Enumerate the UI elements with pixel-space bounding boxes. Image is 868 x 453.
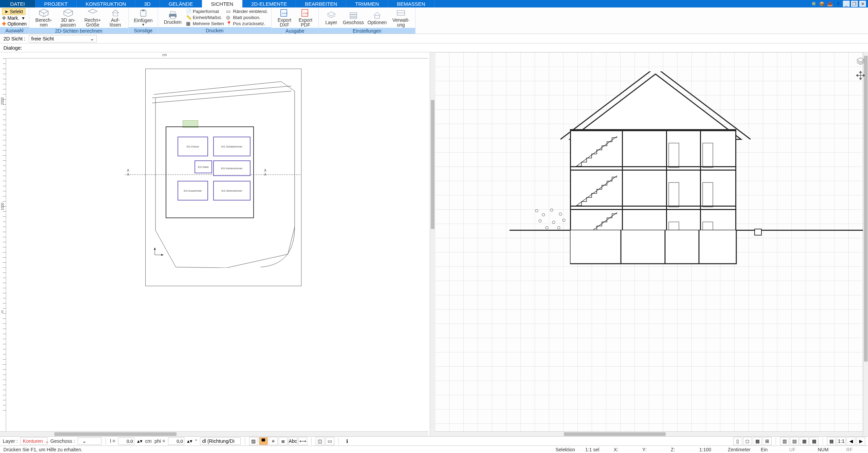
tab-gelaende[interactable]: GELÄNDE xyxy=(160,0,202,7)
plus-icon: ✚ xyxy=(2,21,6,27)
dl-combo[interactable]: dl (Richtung/Di xyxy=(200,437,241,445)
view4-button[interactable]: ⊞ xyxy=(763,437,772,445)
l-input[interactable] xyxy=(118,437,134,445)
export-pdf-button[interactable]: PDF Export PDF xyxy=(296,8,315,27)
package-icon[interactable]: 📦 xyxy=(818,1,825,7)
hscroll-right[interactable] xyxy=(435,431,863,436)
einheit-button[interactable]: 📏Einheit/Maßst. xyxy=(186,15,224,20)
mark-label: Mark. xyxy=(7,15,19,21)
export-dxf-button[interactable]: DXF Export DXF xyxy=(275,8,294,27)
tool-icon[interactable]: 🛠 xyxy=(810,1,817,7)
tab-trimmen[interactable]: TRIMMEN xyxy=(346,0,388,7)
tab-datei[interactable]: DATEI xyxy=(0,0,35,7)
tab-sichten[interactable]: SICHTEN xyxy=(202,0,242,7)
section-pane[interactable] xyxy=(435,52,863,436)
text-button[interactable]: Abc xyxy=(289,437,297,445)
tab-3d[interactable]: 3D xyxy=(135,0,160,7)
grid4-button[interactable]: ▩ xyxy=(810,437,818,445)
snap1-button[interactable]: ◫ xyxy=(316,437,325,445)
grid2-button[interactable]: ▤ xyxy=(790,437,799,445)
info-button[interactable]: ℹ xyxy=(343,437,352,445)
geschoss-combo[interactable]: ⌄ xyxy=(78,437,101,445)
svg-rect-17 xyxy=(350,17,357,19)
hatch4-button[interactable]: ≣ xyxy=(279,437,288,445)
view1-button[interactable]: ▯ xyxy=(733,437,742,445)
verwaltung-button[interactable]: Verwalt- ung xyxy=(390,8,412,27)
tab-2d-elemente[interactable]: 2D-ELEMENTE xyxy=(242,0,296,7)
status-uf: UF xyxy=(789,447,808,452)
hatch1-button[interactable]: ▨ xyxy=(249,437,258,445)
svg-point-48 xyxy=(562,219,565,222)
drucken-button[interactable]: Drucken xyxy=(162,10,184,24)
maximize-button[interactable]: ❐ xyxy=(851,1,858,7)
blatt-position-button[interactable]: ◎Blatt position. xyxy=(226,15,268,20)
tab-bearbeiten[interactable]: BEARBEITEN xyxy=(296,0,346,7)
layers-side-button[interactable] xyxy=(855,56,866,67)
aufloesen-button[interactable]: Auf- lösen xyxy=(106,8,125,27)
cube-icon xyxy=(87,8,98,18)
arrow-left-button[interactable]: ◀ xyxy=(847,437,855,445)
work-area: cm 2000 1000 0 xyxy=(0,52,868,436)
svg-marker-27 xyxy=(161,254,164,256)
plan-canvas[interactable]: A A A A EG KücheEG SchlafzimmerEG DieleE… xyxy=(6,58,428,431)
room: EG Schlafzimmer xyxy=(213,137,251,156)
spinner-icon[interactable]: ▴▾ xyxy=(187,438,192,444)
optionen-button[interactable]: Optionen xyxy=(366,11,388,25)
section-mark-right: A xyxy=(264,169,266,172)
move-side-button[interactable] xyxy=(855,70,866,81)
vscroll-right[interactable] xyxy=(863,52,868,436)
svg-rect-9 xyxy=(170,16,175,19)
plan-pane[interactable]: cm 2000 1000 0 xyxy=(0,52,430,436)
hscroll-left[interactable] xyxy=(0,431,428,436)
view-combo[interactable]: freie Sicht ⌄ xyxy=(29,35,97,42)
spinner-icon[interactable]: ▴▾ xyxy=(137,438,143,444)
layer-combo[interactable]: Konturen⌄ xyxy=(20,437,48,445)
main-tabs: DATEI PROJEKT KONSTRUKTION 3D GELÄNDE SI… xyxy=(0,0,868,7)
cursor-icon: ➤ xyxy=(4,9,8,14)
tab-konstruktion[interactable]: KONSTRUKTION xyxy=(77,0,135,7)
hatch3-button[interactable]: ≡ xyxy=(269,437,278,445)
tab-bemassen[interactable]: BEMASSEN xyxy=(388,0,434,7)
export-icon[interactable]: 📤 xyxy=(827,1,833,7)
3d-anpassen-button[interactable]: 3D an- passen xyxy=(57,8,79,27)
arrow-right-button[interactable]: ▶ xyxy=(856,437,865,445)
hatch2-button[interactable]: ▀ xyxy=(259,437,268,445)
tab-projekt[interactable]: PROJEKT xyxy=(35,0,77,7)
view-label: 2D Sicht : xyxy=(3,36,25,41)
einfuegen-button[interactable]: Einfügen ▼ xyxy=(132,8,154,27)
papierformat-button[interactable]: 📄Papierformat xyxy=(186,8,224,14)
geschoss-button[interactable]: Geschoss xyxy=(343,11,364,25)
select-button[interactable]: ➤ Selekt xyxy=(2,8,25,15)
mehrere-seiten-button[interactable]: ▦Mehrere Seiten xyxy=(186,21,224,26)
scale2-button[interactable]: 1:1 xyxy=(837,437,846,445)
scale1-button[interactable]: ▦ xyxy=(827,437,836,445)
close-button[interactable]: ✕ xyxy=(859,1,866,7)
target-icon: ◎ xyxy=(226,15,232,20)
grid3-button[interactable]: ▦ xyxy=(800,437,809,445)
manage-icon xyxy=(395,8,406,18)
berechnen-button[interactable]: Berech- nen xyxy=(33,8,55,27)
ruler-icon: 📏 xyxy=(186,15,191,20)
minimize-button[interactable]: _ xyxy=(843,1,850,7)
dimension-button[interactable]: ⟷ xyxy=(298,437,307,445)
svg-marker-25 xyxy=(154,247,156,250)
raender-button[interactable]: ▭Ränder einblend. xyxy=(226,8,268,14)
room: EG Kinderzimmer xyxy=(213,160,251,176)
vscroll-left[interactable] xyxy=(430,52,435,436)
snap2-button[interactable]: ▭ xyxy=(326,437,334,445)
layer-button[interactable]: Layer xyxy=(322,11,340,25)
doors xyxy=(666,137,737,246)
grid1-button[interactable]: ▥ xyxy=(780,437,789,445)
svg-marker-58 xyxy=(863,74,865,76)
pos-reset-button[interactable]: 📍Pos zurücksetz. xyxy=(226,21,268,26)
phi-input[interactable] xyxy=(168,437,184,445)
rechnen-groesse-button[interactable]: Rechn+ Größe xyxy=(81,8,104,27)
mark-button[interactable]: ✥ Mark. ▾ xyxy=(2,15,24,21)
options-button[interactable]: ✚ Optionen xyxy=(2,21,27,27)
border-icon: ▭ xyxy=(226,8,232,14)
section-canvas[interactable] xyxy=(435,52,863,431)
view3-button[interactable]: ▦ xyxy=(753,437,762,445)
help-icon[interactable]: ? xyxy=(835,1,842,7)
view2-button[interactable]: ◻ xyxy=(743,437,752,445)
group-title-ausgabe: Ausgabe xyxy=(272,28,318,34)
